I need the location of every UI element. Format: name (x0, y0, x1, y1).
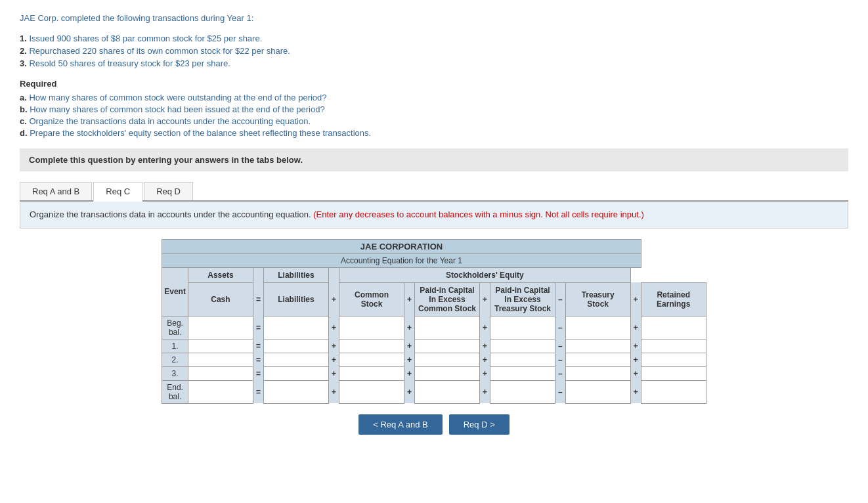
table-row: 3. = + + + – + (162, 366, 706, 380)
cs-beg-bal[interactable] (339, 316, 404, 339)
event-2: 2. (162, 353, 188, 366)
re-1-input[interactable] (644, 341, 703, 351)
cash-beg-bal-input[interactable] (191, 323, 250, 332)
req-d: d. Prepare the stockholders' equity sect… (20, 128, 848, 138)
tab-instruction: Organize the transactions data in accoun… (30, 208, 838, 221)
pic-common-end-input[interactable] (418, 387, 477, 397)
re-beg-bal[interactable] (641, 316, 706, 339)
treasury-stock-header: TreasuryStock (565, 282, 630, 316)
pic-treasury-beg-bal-input[interactable] (493, 323, 552, 332)
table-row: End. bal. = + + + – + (162, 380, 706, 403)
req-b: b. How many shares of common stock had b… (20, 104, 848, 114)
pic-common-beg-bal-input[interactable] (418, 323, 477, 332)
event-header: Event (162, 267, 188, 316)
accounting-equation-table: JAE CORPORATION Accounting Equation for … (162, 239, 706, 404)
tab-req-ab[interactable]: Req A and B (20, 182, 92, 200)
re-2-input[interactable] (644, 355, 703, 364)
cs-3-input[interactable] (342, 369, 401, 378)
pic-treasury-1-input[interactable] (493, 341, 552, 351)
tabs-row: Req A and B Req C Req D (20, 182, 848, 202)
event-beg-bal: Beg. bal. (162, 316, 188, 339)
ts-1-input[interactable] (569, 341, 628, 351)
paid-in-excess-common-header: Paid-in CapitalIn ExcessCommon Stock (415, 282, 480, 316)
liab-beg-bal-input[interactable] (267, 323, 326, 332)
transaction-2: 2. Repurchased 220 shares of its own com… (20, 46, 848, 56)
table-title: JAE CORPORATION (162, 239, 641, 253)
liab-2-input[interactable] (267, 355, 326, 364)
tab-req-d[interactable]: Req D (144, 182, 193, 200)
paid-in-excess-treasury-header: Paid-in CapitalIn ExcessTreasury Stock (490, 282, 555, 316)
pic-treasury-end-input[interactable] (493, 387, 552, 397)
ts-3-input[interactable] (569, 369, 628, 378)
ts-beg-bal-input[interactable] (569, 323, 628, 332)
prev-button[interactable]: < Req A and B (358, 414, 442, 435)
cash-beg-bal[interactable] (188, 316, 253, 339)
event-3: 3. (162, 366, 188, 380)
re-3-input[interactable] (644, 369, 703, 378)
retained-earnings-header: RetainedEarnings (641, 282, 706, 316)
cash-3-input[interactable] (191, 369, 250, 378)
liabilities-header: Liabilities (263, 267, 328, 282)
table-container: JAE CORPORATION Accounting Equation for … (20, 239, 848, 404)
cs-end-input[interactable] (342, 387, 401, 397)
required-section: Required a. How many shares of common st… (20, 79, 848, 138)
liab-end-input[interactable] (267, 387, 326, 397)
tab-content-area: Organize the transactions data in accoun… (20, 202, 848, 229)
transaction-3: 3. Resold 50 shares of treasury stock fo… (20, 58, 848, 68)
table-row: Beg. bal. = + + + – + (162, 316, 706, 339)
liab-1-input[interactable] (267, 341, 326, 351)
cash-2-input[interactable] (191, 355, 250, 364)
pic-common-beg-bal[interactable] (415, 316, 480, 339)
intro-text: JAE Corp. completed the following transa… (20, 13, 848, 23)
required-title: Required (20, 79, 848, 89)
transactions-section: 1. Issued 900 shares of $8 par common st… (20, 33, 848, 68)
pic-common-2-input[interactable] (418, 355, 477, 364)
cs-2-input[interactable] (342, 355, 401, 364)
assets-header: Assets (188, 267, 253, 282)
pic-common-1-input[interactable] (418, 341, 477, 351)
liab-beg-bal[interactable] (263, 316, 328, 339)
pic-treasury-beg-bal[interactable] (490, 316, 555, 339)
cs-1-input[interactable] (342, 341, 401, 351)
liab-3-input[interactable] (267, 369, 326, 378)
ts-2-input[interactable] (569, 355, 628, 364)
re-beg-bal-input[interactable] (644, 323, 703, 332)
instruction-box: Complete this question by entering your … (20, 148, 848, 171)
req-c: c. Organize the transactions data in acc… (20, 116, 848, 126)
cs-beg-bal-input[interactable] (342, 323, 401, 332)
common-stock-header: CommonStock (339, 282, 404, 316)
tab-req-c[interactable]: Req C (93, 182, 142, 202)
pic-treasury-3-input[interactable] (493, 369, 552, 378)
nav-buttons: < Req A and B Req D > (20, 414, 848, 435)
table-subtitle: Accounting Equation for the Year 1 (162, 253, 641, 267)
table-row: 2. = + + + – + (162, 353, 706, 366)
cash-header: Cash (188, 282, 253, 316)
re-end-input[interactable] (644, 387, 703, 397)
cash-1-input[interactable] (191, 341, 250, 351)
next-button[interactable]: Req D > (449, 414, 510, 435)
req-a: a. How many shares of common stock were … (20, 93, 848, 102)
event-1: 1. (162, 339, 188, 353)
pic-common-3-input[interactable] (418, 369, 477, 378)
se-header: Stockholders' Equity (339, 267, 630, 282)
pic-treasury-2-input[interactable] (493, 355, 552, 364)
transaction-1: 1. Issued 900 shares of $8 par common st… (20, 33, 848, 43)
table-row: 1. = + + + – + (162, 339, 706, 353)
cash-end-input[interactable] (191, 387, 250, 397)
liabilities-col-header: Liabilities (263, 282, 328, 316)
ts-beg-bal[interactable] (565, 316, 630, 339)
event-end-bal: End. bal. (162, 380, 188, 403)
ts-end-input[interactable] (569, 387, 628, 397)
